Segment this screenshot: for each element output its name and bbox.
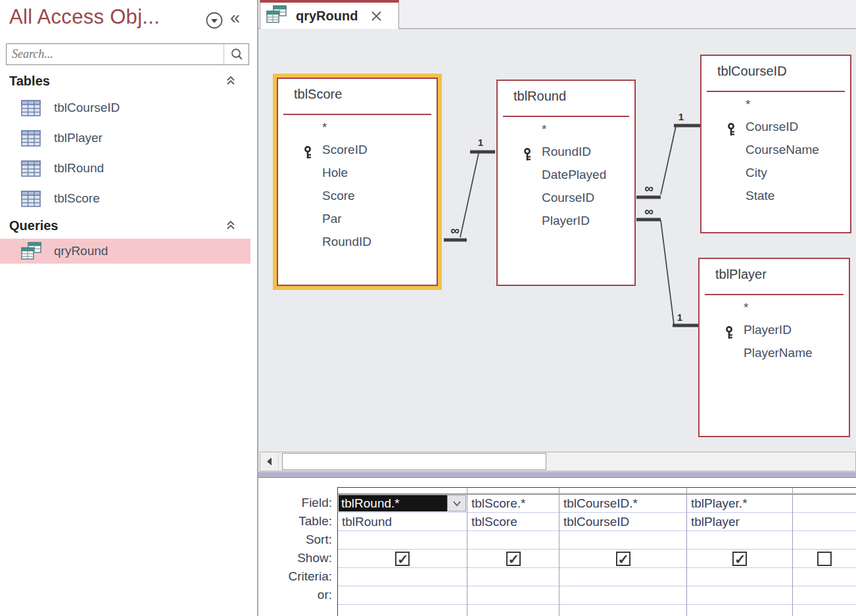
scroll-left-button[interactable] [260, 452, 279, 471]
field-row-star[interactable]: * [700, 300, 849, 318]
field-dropdown-button[interactable] [447, 495, 466, 511]
field-row-state[interactable]: State [701, 184, 850, 207]
field-cell[interactable]: tblCourseID.* [559, 494, 686, 513]
show-cell[interactable] [793, 550, 856, 568]
field-cell[interactable]: tblRound.* [338, 494, 467, 513]
field-row-dateplayed[interactable]: DatePlayed [498, 163, 634, 186]
search-icon[interactable] [224, 44, 249, 64]
join-tblscore-tblround[interactable]: ∞ 1 [444, 137, 495, 240]
show-checkbox[interactable] [506, 552, 521, 566]
horizontal-scrollbar[interactable] [260, 452, 856, 471]
query-design-canvas[interactable]: ∞ 1 ∞ 1 ∞ 1 [258, 29, 856, 471]
sidebar-section-queries[interactable]: Queries [0, 214, 250, 237]
shutter-bar-close-icon[interactable]: « [230, 8, 240, 28]
or-cell[interactable] [467, 586, 559, 605]
table-icon [21, 100, 42, 116]
field-row-roundid[interactable]: RoundID [498, 140, 634, 163]
field-row-playerid[interactable]: PlayerID [498, 209, 634, 232]
field-row-courseid[interactable]: CourseID [701, 115, 850, 138]
field-row-courseid[interactable]: CourseID [498, 186, 634, 209]
field-row-playerid[interactable]: PlayerID [700, 318, 849, 341]
field-row-hole[interactable]: Hole [278, 161, 437, 184]
table-cell[interactable]: tblScore [467, 513, 559, 531]
field-cell[interactable]: tblPlayer.* [687, 494, 792, 513]
field-row-star[interactable]: * [701, 97, 850, 115]
table-title[interactable]: tblCourseID [717, 64, 787, 79]
sidebar-item-tblscore[interactable]: tblScore [0, 184, 250, 213]
many-symbol: ∞ [644, 181, 654, 195]
field-cell[interactable]: tblScore.* [467, 494, 559, 513]
sort-cell[interactable] [793, 531, 856, 550]
join-tblround-tblplayer[interactable]: ∞ 1 [636, 204, 698, 325]
grid-column-5 [793, 488, 856, 616]
search-input[interactable] [7, 44, 224, 64]
row-label-criteria: Criteria: [258, 567, 332, 586]
table-cell[interactable] [793, 513, 856, 531]
collapse-section-icon[interactable] [226, 218, 236, 233]
field-row-playername[interactable]: PlayerName [700, 341, 849, 364]
join-tblround-tblcourseid[interactable]: ∞ 1 [636, 111, 701, 197]
sidebar-item-tblround[interactable]: tblRound [0, 154, 250, 183]
sort-cell[interactable] [338, 531, 467, 550]
or-cell[interactable] [559, 586, 686, 605]
sort-cell[interactable] [559, 531, 686, 550]
column-selector[interactable] [687, 488, 792, 494]
show-checkbox[interactable] [732, 552, 747, 566]
table-title[interactable]: tblRound [513, 89, 566, 104]
show-cell[interactable] [338, 550, 467, 568]
show-checkbox[interactable] [395, 552, 410, 566]
tab-qryround[interactable]: qryRound [260, 0, 399, 29]
nav-pane-menu-icon[interactable] [205, 11, 224, 30]
collapse-section-icon[interactable] [226, 74, 236, 89]
field-row-star[interactable]: * [498, 122, 634, 140]
close-tab-icon[interactable] [371, 11, 382, 22]
scrollbar-thumb[interactable] [282, 453, 546, 470]
field-row-roundid[interactable]: RoundID [278, 230, 437, 253]
table-title[interactable]: tblScore [294, 87, 342, 102]
column-selector[interactable] [338, 488, 467, 494]
pane-splitter[interactable] [258, 471, 856, 478]
table-title[interactable]: tblPlayer [715, 267, 767, 282]
selected-field-value[interactable]: tblRound.* [339, 495, 447, 511]
field-list-tblcourseid[interactable]: tblCourseID * CourseID [700, 55, 851, 233]
criteria-cell[interactable] [559, 568, 686, 586]
sort-cell[interactable] [687, 531, 792, 550]
column-selector[interactable] [793, 488, 856, 494]
title-divider [503, 116, 629, 117]
or-cell[interactable] [793, 586, 856, 605]
criteria-cell[interactable] [467, 568, 559, 586]
column-selector[interactable] [559, 488, 686, 494]
table-cell[interactable]: tblCourseID [559, 513, 686, 531]
field-row-score[interactable]: Score [278, 184, 437, 207]
table-cell[interactable]: tblRound [338, 513, 467, 531]
show-cell[interactable] [467, 550, 559, 568]
or-cell[interactable] [687, 586, 792, 605]
criteria-cell[interactable] [687, 568, 792, 586]
sidebar-item-tblplayer[interactable]: tblPlayer [0, 124, 250, 153]
sort-cell[interactable] [467, 531, 559, 550]
field-row-star[interactable]: * [278, 120, 437, 138]
field-list-tblplayer[interactable]: tblPlayer * PlayerID [698, 258, 850, 437]
field-row-city[interactable]: City [701, 161, 850, 184]
navigation-pane: All Access Obj... « Tables [0, 0, 258, 616]
column-selector[interactable] [467, 488, 559, 494]
show-cell[interactable] [559, 550, 686, 568]
field-cell[interactable] [793, 494, 856, 513]
table-cell[interactable]: tblPlayer [687, 513, 792, 531]
sidebar-section-tables[interactable]: Tables [0, 70, 250, 92]
field-row-coursename[interactable]: CourseName [701, 138, 850, 161]
show-cell[interactable] [687, 550, 792, 568]
criteria-cell[interactable] [338, 568, 467, 586]
or-cell[interactable] [338, 586, 467, 605]
one-symbol: 1 [678, 111, 684, 122]
criteria-cell[interactable] [793, 568, 856, 586]
field-row-par[interactable]: Par [278, 207, 437, 230]
sidebar-item-qryround[interactable]: qryRound [0, 239, 250, 264]
show-checkbox[interactable] [817, 552, 832, 566]
query-icon [21, 242, 42, 260]
field-list-tblscore[interactable]: tblScore * ScoreID [277, 78, 438, 286]
field-list-tblround[interactable]: tblRound * RoundID [496, 80, 636, 286]
sidebar-item-tblcourseid[interactable]: tblCourseID [0, 93, 250, 122]
field-row-scoreid[interactable]: ScoreID [278, 138, 437, 161]
show-checkbox[interactable] [616, 552, 630, 566]
